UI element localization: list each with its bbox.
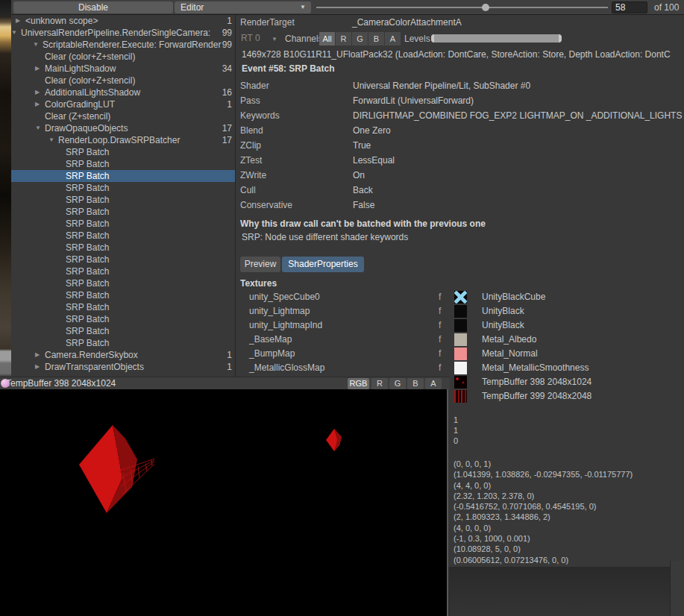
texture-thumbnail[interactable] <box>454 390 467 403</box>
tree-item[interactable]: ▼UniversalRenderPipeline.RenderSingleCam… <box>11 27 235 39</box>
disable-button[interactable]: Disable <box>13 1 173 13</box>
tree-item[interactable]: ▶DrawTransparentObjects1 <box>11 361 235 373</box>
channel-button-r[interactable]: R <box>336 32 351 45</box>
frame-slider[interactable] <box>316 7 608 8</box>
tree-item[interactable]: SRP Batch <box>11 254 235 265</box>
tree-item[interactable]: SRP Batch <box>11 170 235 182</box>
tree-item[interactable]: SRP Batch <box>11 289 235 301</box>
texture-preview-header[interactable]: TempBuffer 398 2048x1024 RGBRGBA <box>0 377 450 389</box>
chevron-right-icon[interactable]: ▶ <box>35 63 45 75</box>
tree-item[interactable]: Clear (color+Z+stencil) <box>11 51 235 63</box>
float-value: 1 <box>454 415 458 425</box>
target-select-dropdown[interactable]: Editor ▼ <box>175 1 311 13</box>
shadowmap-preview-image <box>0 389 448 616</box>
tree-item[interactable]: ▼DrawOpaqueObjects17 <box>11 122 235 134</box>
tree-item-label: SRP Batch <box>66 302 109 312</box>
preview-channel-button-b[interactable]: B <box>407 378 424 389</box>
tree-item[interactable]: SRP Batch <box>11 230 235 242</box>
rt-index-dropdown[interactable]: RT 0 ▼ <box>237 32 280 45</box>
texture-row[interactable]: unity_LightmapfUnityBlack <box>236 304 684 318</box>
texture-row[interactable]: _MetallicGlossMapfMetal_MetallicSmoothne… <box>236 361 684 375</box>
tree-item[interactable]: ▶<unknown scope>1 <box>11 15 235 27</box>
preview-channel-button-r[interactable]: R <box>371 378 388 389</box>
chevron-down-icon[interactable]: ▼ <box>33 39 43 51</box>
tree-item[interactable]: SRP Batch <box>11 218 235 230</box>
chevron-down-icon[interactable]: ▼ <box>48 134 58 146</box>
tree-item[interactable]: Clear (color+Z+stencil) <box>11 75 235 87</box>
tree-item-label: SRP Batch <box>66 207 109 217</box>
texture-thumbnail[interactable] <box>454 333 467 346</box>
tree-item[interactable]: SRP Batch <box>11 158 235 170</box>
frame-number-input[interactable] <box>612 1 647 13</box>
tree-item-label: SRP Batch <box>66 219 109 229</box>
texture-property-name: _MetallicGlossMap <box>249 361 324 375</box>
tree-item-count: 16 <box>222 87 232 98</box>
tree-item[interactable]: ▶ColorGradingLUT1 <box>11 98 235 110</box>
tree-item[interactable]: SRP Batch <box>11 301 235 313</box>
channel-button-g[interactable]: G <box>352 32 368 45</box>
vector-value: (2.32, 1.203, 2.378, 0) <box>454 491 633 501</box>
tree-item[interactable]: Clear (Z+stencil) <box>11 110 235 122</box>
tree-item-label: ColorGradingLUT <box>45 99 115 110</box>
event-detail-row: CullBack <box>236 183 684 198</box>
texture-asset-label: Metal_Albedo <box>482 333 536 347</box>
tree-item[interactable]: ▶Camera.RenderSkybox1 <box>11 349 235 361</box>
tree-item-label: SRP Batch <box>66 326 109 336</box>
tree-item[interactable]: SRP Batch <box>11 194 235 206</box>
tree-item[interactable]: SRP Batch <box>11 313 235 325</box>
render-target-label: RenderTarget <box>240 17 295 28</box>
frame-slider-handle[interactable] <box>482 4 489 11</box>
texture-row[interactable]: unity_LightmapIndfUnityBlack <box>236 318 684 333</box>
chevron-right-icon[interactable]: ▶ <box>16 15 25 27</box>
chevron-down-icon[interactable]: ▼ <box>35 122 45 134</box>
chevron-right-icon[interactable]: ▶ <box>35 349 45 361</box>
tree-item-label: SRP Batch <box>66 278 109 289</box>
texture-thumbnail[interactable] <box>454 376 467 389</box>
channel-button-a[interactable]: A <box>385 32 401 45</box>
tree-item[interactable]: SRP Batch <box>11 325 235 337</box>
tab-shaderproperties[interactable]: ShaderProperties <box>282 257 364 272</box>
vertical-scrollbar[interactable] <box>670 561 684 616</box>
chevron-down-icon[interactable]: ▼ <box>11 27 21 39</box>
detail-label: ZWrite <box>240 168 266 183</box>
sphere-icon <box>1 379 10 388</box>
tree-item-label: ScriptableRenderer.Execute: ForwardRende… <box>43 40 221 50</box>
tree-item[interactable]: ▶AdditionalLightsShadow16 <box>11 87 235 98</box>
texture-thumbnail[interactable] <box>454 348 467 360</box>
tree-item[interactable]: SRP Batch <box>11 337 235 349</box>
detail-label: Blend <box>240 123 263 138</box>
levels-range-slider[interactable] <box>431 34 562 43</box>
chevron-right-icon[interactable]: ▶ <box>35 361 45 373</box>
tree-item-count: 34 <box>222 63 232 75</box>
texture-thumbnail[interactable] <box>454 305 467 318</box>
preview-channel-button-rgb[interactable]: RGB <box>348 378 369 389</box>
preview-channel-button-a[interactable]: A <box>425 378 442 389</box>
texture-thumbnail[interactable] <box>454 291 467 304</box>
chevron-right-icon[interactable]: ▶ <box>35 98 45 110</box>
channel-button-all[interactable]: All <box>319 32 335 45</box>
preview-channel-button-g[interactable]: G <box>389 378 406 389</box>
chevron-down-icon: ▼ <box>300 1 306 13</box>
tab-preview[interactable]: Preview <box>240 257 280 272</box>
tree-item-label: SRP Batch <box>66 242 109 253</box>
texture-row[interactable]: _BumpMapfMetal_Normal <box>236 347 684 361</box>
texture-row[interactable]: unity_SpecCube0fUnityBlackCube <box>236 290 684 304</box>
texture-thumbnail[interactable] <box>454 319 467 332</box>
tree-item[interactable]: SRP Batch <box>11 146 235 158</box>
tree-item[interactable]: SRP Batch <box>11 242 235 254</box>
channel-button-b[interactable]: B <box>368 32 384 45</box>
tree-item[interactable]: SRP Batch <box>11 277 235 289</box>
tree-item[interactable]: ▶MainLightShadow34 <box>11 63 235 75</box>
tree-item[interactable]: ▼RenderLoop.DrawSRPBatcher17 <box>11 134 235 146</box>
tree-item[interactable]: SRP Batch <box>11 182 235 194</box>
detail-label: ZClip <box>240 138 261 153</box>
float-value: 0 <box>454 436 458 446</box>
tree-item[interactable]: SRP Batch <box>11 265 235 277</box>
tree-item[interactable]: SRP Batch <box>11 206 235 218</box>
tree-item[interactable]: ▼ScriptableRenderer.Execute: ForwardRend… <box>11 39 235 51</box>
texture-thumbnail[interactable] <box>454 362 467 374</box>
vector-value: (-0.5416752, 0.7071068, 0.4545195, 0) <box>454 501 633 512</box>
tree-item-label: SRP Batch <box>66 171 109 181</box>
chevron-right-icon[interactable]: ▶ <box>35 87 45 98</box>
texture-row[interactable]: _BaseMapfMetal_Albedo <box>236 333 684 347</box>
